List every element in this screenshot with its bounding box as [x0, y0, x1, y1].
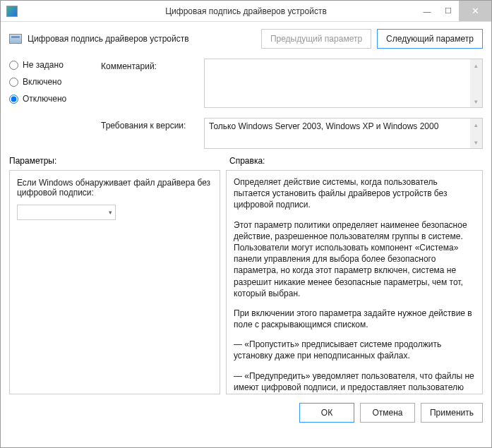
minimize-button[interactable]: —: [416, 1, 438, 21]
help-label: Справка:: [221, 156, 483, 166]
help-paragraph: При включении этого параметра задайте ну…: [234, 308, 475, 330]
help-paragraph: — «Предупредить» уведомляет пользователя…: [234, 370, 475, 393]
next-setting-button[interactable]: Следующий параметр: [377, 29, 483, 49]
action-dropdown[interactable]: ▾: [17, 205, 116, 220]
policy-icon: [9, 34, 22, 44]
radio-disabled-label: Отключено: [23, 94, 66, 104]
app-icon: [6, 6, 18, 17]
scroll-up-icon[interactable]: ▴: [470, 119, 482, 131]
previous-setting-button[interactable]: Предыдущий параметр: [261, 29, 371, 49]
parameters-message: Если Windows обнаруживает файл драйвера …: [17, 178, 212, 198]
close-button[interactable]: ✕: [459, 1, 491, 21]
ok-button[interactable]: ОК: [299, 403, 354, 423]
requirements-scrollbar[interactable]: ▴ ▾: [470, 119, 482, 148]
apply-button[interactable]: Применить: [421, 403, 483, 423]
radio-disabled[interactable]: Отключено: [9, 94, 88, 104]
title-bar: Цифровая подпись драйверов устройств — ☐…: [1, 1, 491, 22]
parameters-panel: Если Windows обнаруживает файл драйвера …: [9, 170, 220, 394]
help-paragraph: Определяет действие системы, когда польз…: [234, 176, 475, 211]
requirements-text: Только Windows Server 2003, Windows XP и…: [209, 121, 438, 131]
comment-textarea[interactable]: ▴ ▾: [204, 59, 483, 108]
policy-title: Цифровая подпись драйверов устройств: [28, 34, 189, 44]
requirements-label: Требования к версии:: [101, 118, 191, 149]
radio-not-configured-input[interactable]: [9, 61, 18, 70]
scroll-down-icon[interactable]: ▾: [470, 95, 482, 107]
cancel-button[interactable]: Отмена: [360, 403, 415, 423]
help-panel: Определяет действие системы, когда польз…: [226, 170, 483, 394]
radio-not-configured-label: Не задано: [23, 60, 64, 70]
dialog-footer: ОК Отмена Применить: [1, 394, 491, 430]
radio-enabled-label: Включено: [23, 77, 61, 87]
radio-not-configured[interactable]: Не задано: [9, 60, 88, 70]
requirements-box: Только Windows Server 2003, Windows XP и…: [204, 118, 483, 149]
policy-header: Цифровая подпись драйверов устройств Пре…: [9, 29, 483, 49]
radio-enabled-input[interactable]: [9, 78, 18, 87]
scroll-up-icon[interactable]: ▴: [470, 59, 482, 71]
chevron-down-icon: ▾: [109, 209, 112, 216]
radio-disabled-input[interactable]: [9, 95, 18, 104]
help-paragraph: Этот параметр политики определяет наимен…: [234, 219, 475, 299]
scroll-down-icon[interactable]: ▾: [470, 136, 482, 148]
comment-scrollbar[interactable]: ▴ ▾: [470, 59, 482, 107]
window-controls: — ☐ ✕: [416, 1, 491, 21]
comment-label: Комментарий:: [101, 59, 191, 111]
help-paragraph: — «Пропустить» предписывает системе прод…: [234, 339, 475, 361]
parameters-label: Параметры:: [9, 156, 221, 166]
maximize-button[interactable]: ☐: [438, 1, 459, 21]
radio-enabled[interactable]: Включено: [9, 77, 88, 87]
